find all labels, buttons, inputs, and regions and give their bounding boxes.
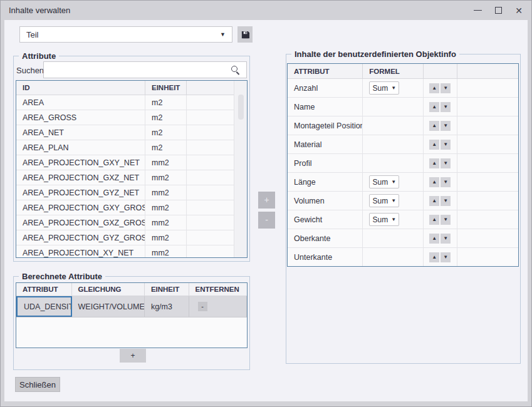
move-down-button[interactable]: ▼: [441, 234, 451, 244]
attr-id: AREA_PROJECTION_GXY_GROSS: [16, 200, 145, 215]
attr-unit: m2: [145, 95, 187, 110]
maximize-button[interactable]: [493, 5, 504, 16]
table-row[interactable]: AREA_NETm2: [16, 125, 234, 140]
table-row[interactable]: AREA_PROJECTION_GXY_GROSSmm2: [16, 200, 234, 215]
empty-cell: [457, 192, 519, 210]
table-row[interactable]: AREA_GROSSm2: [16, 110, 234, 125]
reorder-cell: ▲▼: [424, 229, 457, 247]
move-up-button[interactable]: ▲: [429, 83, 439, 93]
move-down-button[interactable]: ▼: [441, 215, 451, 225]
objectinfo-attribute: Montageteil Position: [288, 116, 363, 135]
move-down-button[interactable]: ▼: [441, 252, 451, 262]
attr-id: AREA_PROJECTION_GYZ_GROSS: [16, 230, 145, 245]
formula-select[interactable]: Sum▼: [369, 81, 399, 95]
move-down-button[interactable]: ▼: [441, 177, 451, 187]
column-header-attribut: ATTRIBUT: [288, 64, 363, 78]
attr-extra: [187, 215, 234, 230]
move-up-button[interactable]: ▲: [429, 158, 439, 168]
move-up-button[interactable]: ▲: [429, 234, 439, 244]
remove-computed-attribute-button[interactable]: -: [198, 302, 207, 311]
empty-cell: [457, 210, 519, 229]
chevron-down-icon: ▼: [391, 179, 396, 185]
attr-id: AREA_PROJECTION_GYZ_NET: [16, 185, 145, 200]
table-row[interactable]: AREA_PROJECTION_GYZ_NETmm2: [16, 185, 234, 200]
attr-extra: [187, 110, 234, 125]
empty-cell: [457, 135, 519, 153]
move-down-button[interactable]: ▼: [441, 158, 451, 168]
table-row[interactable]: AREA_PROJECTION_GYZ_GROSSmm2: [16, 230, 234, 245]
attributes-group-title: Attribute: [19, 51, 59, 61]
table-row[interactable]: AREA_PROJECTION_GXZ_NETmm2: [16, 170, 234, 185]
table-row[interactable]: AREAm2: [16, 95, 234, 110]
attr-id: AREA_PLAN: [16, 140, 145, 155]
objectinfo-table: ATTRIBUT FORMEL Anzahl Sum▼ ▲▼ Name ▲▼ M…: [287, 63, 519, 267]
formula-value: Sum: [373, 197, 389, 205]
empty-cell: [457, 173, 519, 191]
formula-cell: [363, 98, 423, 116]
move-down-button[interactable]: ▼: [441, 121, 451, 131]
formula-select[interactable]: Sum▼: [369, 194, 399, 207]
move-up-button[interactable]: ▲: [429, 215, 439, 225]
search-icon: [231, 66, 237, 72]
add-to-objectinfo-button[interactable]: +: [258, 192, 275, 209]
formula-cell: [363, 154, 423, 172]
empty-cell: [457, 154, 519, 172]
minimize-button[interactable]: [472, 5, 483, 16]
move-down-button[interactable]: ▼: [441, 196, 451, 206]
attr-id: AREA_PROJECTION_GXZ_NET: [16, 170, 145, 185]
move-up-button[interactable]: ▲: [429, 252, 439, 262]
remove-from-objectinfo-button[interactable]: -: [258, 212, 275, 229]
objectinfo-row: Anzahl Sum▼ ▲▼: [288, 79, 518, 98]
add-computed-attribute-button[interactable]: +: [120, 349, 146, 363]
formula-cell: [363, 135, 423, 153]
objectinfo-row: Gewicht Sum▼ ▲▼: [288, 210, 518, 229]
attr-unit: m2: [145, 140, 187, 155]
attr-extra: [187, 230, 234, 245]
attr-unit: mm2: [145, 215, 187, 230]
computed-equation-cell[interactable]: WEIGHT/VOLUME: [72, 296, 145, 317]
objectinfo-attribute: Oberkante: [288, 229, 363, 247]
move-up-button[interactable]: ▲: [429, 121, 439, 131]
save-button[interactable]: [237, 26, 253, 43]
formula-value: Sum: [373, 178, 389, 187]
formula-cell: Sum▼: [363, 210, 423, 229]
move-up-button[interactable]: ▲: [429, 196, 439, 206]
table-row[interactable]: AREA_PLANm2: [16, 140, 234, 155]
attr-id: AREA: [16, 95, 145, 110]
move-down-button[interactable]: ▼: [441, 140, 451, 150]
search-input[interactable]: [43, 61, 247, 78]
attr-unit: m2: [145, 125, 187, 140]
computed-remove-cell: -: [189, 296, 248, 317]
attr-extra: [187, 125, 234, 140]
minimize-icon: [474, 10, 482, 11]
formula-cell: Sum▼: [363, 192, 423, 210]
computed-unit-cell[interactable]: kg/m3: [145, 296, 189, 317]
formula-value: Sum: [373, 84, 389, 93]
formula-select[interactable]: Sum▼: [369, 213, 399, 226]
column-header-einheit: EINHEIT: [145, 283, 189, 296]
objectinfo-row: Volumen Sum▼ ▲▼: [288, 192, 518, 210]
empty-cell: [457, 248, 519, 266]
computed-attributes-group-title: Berechnete Attribute: [19, 272, 105, 281]
move-up-button[interactable]: ▲: [429, 177, 439, 187]
table-row[interactable]: AREA_PROJECTION_XY_NETmm2: [16, 245, 234, 258]
table-row[interactable]: AREA_PROJECTION_GXY_NETmm2: [16, 155, 234, 170]
attr-extra: [187, 170, 234, 185]
move-up-button[interactable]: ▲: [429, 102, 439, 112]
move-down-button[interactable]: ▼: [441, 102, 451, 112]
vertical-scrollbar[interactable]: [234, 81, 247, 257]
objectinfo-row: Profil ▲▼: [288, 154, 518, 173]
close-dialog-button[interactable]: Schließen: [15, 377, 60, 392]
computed-attribute-cell[interactable]: UDA_DENSITY: [16, 296, 72, 317]
formula-select[interactable]: Sum▼: [369, 175, 399, 188]
move-up-button[interactable]: ▲: [429, 140, 439, 150]
close-window-button[interactable]: ✕: [513, 5, 524, 16]
move-down-button[interactable]: ▼: [441, 83, 451, 93]
objectinfo-attribute: Profil: [288, 154, 363, 172]
scrollbar-thumb[interactable]: [238, 95, 244, 120]
attr-id: AREA_NET: [16, 125, 145, 140]
table-row[interactable]: AREA_PROJECTION_GXZ_GROSSmm2: [16, 215, 234, 230]
objectinfo-attribute: Unterkante: [288, 248, 363, 266]
objectinfo-attribute: Name: [288, 98, 363, 116]
content-type-select[interactable]: Teil ▼: [19, 26, 232, 43]
